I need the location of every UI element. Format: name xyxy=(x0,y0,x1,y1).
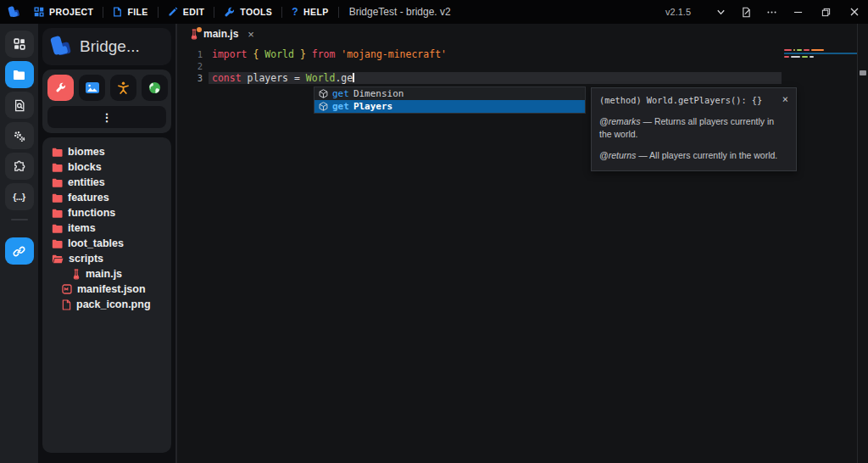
manifest-icon xyxy=(62,284,72,294)
vial-icon xyxy=(190,29,198,40)
file-row-entities[interactable]: entities xyxy=(52,175,168,190)
dashboard-icon xyxy=(14,38,25,50)
changelog-button[interactable] xyxy=(733,0,759,24)
globe-icon xyxy=(148,81,161,94)
app-window: PROJECTFILEEDITTOOLS?HELP BridgeTest - b… xyxy=(0,0,868,463)
file-name: main.js xyxy=(86,268,122,280)
file-name: scripts xyxy=(69,253,103,265)
titlebar: PROJECTFILEEDITTOOLS?HELP BridgeTest - b… xyxy=(0,0,868,24)
activity-item-file-search[interactable] xyxy=(5,92,34,119)
file-row-functions[interactable]: functions xyxy=(52,205,168,220)
more-options-button[interactable] xyxy=(759,0,784,24)
tab-label: main.js xyxy=(203,28,238,40)
activity-item-explorer[interactable] xyxy=(5,61,34,88)
menu-help[interactable]: ?HELP xyxy=(282,0,337,24)
scrollbar[interactable] xyxy=(857,24,868,463)
project-header[interactable]: Bridge... xyxy=(42,28,171,65)
restore-icon xyxy=(821,8,831,17)
file-row-features[interactable]: features xyxy=(52,190,168,205)
returns-section: @returns — All players currently in the … xyxy=(599,149,788,162)
image-icon xyxy=(86,82,99,93)
minimap[interactable] xyxy=(784,49,858,59)
folder-closed-icon xyxy=(52,148,63,157)
remarks-section: @remarks — Returns all players currently… xyxy=(599,115,788,141)
minimize-button[interactable] xyxy=(784,0,812,24)
activity-item-connect[interactable] xyxy=(5,237,34,265)
menu-file[interactable]: FILE xyxy=(103,0,157,24)
file-row-items[interactable]: items xyxy=(52,220,168,236)
remarks-tag: @remarks xyxy=(599,116,641,126)
behavior-pack-button[interactable] xyxy=(47,75,74,101)
file-tree: biomesblocksentitiesfeaturesfunctionsite… xyxy=(42,137,171,453)
code-text: const players = World.ge xyxy=(212,72,354,84)
file-row-main.js[interactable]: main.js xyxy=(52,266,168,282)
menu-label: PROJECT xyxy=(49,7,93,17)
activity-bar: {...} xyxy=(0,24,38,463)
file-row-loot_tables[interactable]: loot_tables xyxy=(52,236,168,251)
menu-project[interactable]: PROJECT xyxy=(25,0,103,24)
window-title: BridgeTest - bridge. v2 xyxy=(349,6,451,18)
explorer-panel: Bridge... ⋮ biomesblocksentitiesfeatures… xyxy=(38,24,175,463)
folder-closed-icon xyxy=(52,209,63,218)
returns-tag: @returns xyxy=(599,150,636,160)
braces-icon: {...} xyxy=(13,192,25,202)
grid-icon xyxy=(34,7,44,17)
activity-divider xyxy=(11,219,28,220)
titlebar-controls xyxy=(708,0,868,24)
tab-bar: main.js × xyxy=(177,24,868,44)
file-row-scripts[interactable]: scripts xyxy=(52,251,168,266)
file-row-blocks[interactable]: blocks xyxy=(52,159,168,175)
world-button[interactable] xyxy=(142,75,168,101)
wrench-icon xyxy=(224,7,235,18)
file-name: blocks xyxy=(68,161,102,173)
pack-toolbar: ⋮ xyxy=(42,70,171,133)
code-line-3[interactable]: 3const players = World.ge xyxy=(177,72,858,84)
folder-icon xyxy=(13,70,25,81)
line-number: 2 xyxy=(177,60,203,72)
menu-tools[interactable]: TOOLS xyxy=(214,0,281,24)
tooltip-close-button[interactable]: × xyxy=(782,94,788,104)
folder-closed-icon xyxy=(52,178,63,187)
tab-main-js[interactable]: main.js × xyxy=(183,24,261,44)
file-name: biomes xyxy=(68,146,105,158)
suggestion-getDimension[interactable]: getDimension xyxy=(314,87,585,100)
vial-icon xyxy=(72,269,81,280)
close-button[interactable] xyxy=(840,0,868,24)
resource-pack-button[interactable] xyxy=(79,75,105,101)
code-text: import { World } from 'mojang-minecraft' xyxy=(212,48,447,60)
folder-closed-icon xyxy=(52,163,63,172)
activity-item-snippets[interactable]: {...} xyxy=(5,183,34,210)
person-icon xyxy=(118,81,129,94)
file-name: loot_tables xyxy=(68,237,124,249)
menu-edit[interactable]: EDIT xyxy=(159,0,214,24)
tab-close-button[interactable]: × xyxy=(248,28,254,41)
changelog-icon xyxy=(741,7,752,18)
more-options-icon xyxy=(766,7,777,18)
skin-pack-button[interactable] xyxy=(110,75,136,101)
suggestion-rest: Players xyxy=(353,101,392,112)
menu-label: HELP xyxy=(303,7,329,17)
file-name: items xyxy=(68,222,96,234)
file-row-biomes[interactable]: biomes xyxy=(52,144,168,159)
activity-item-dashboard[interactable] xyxy=(5,31,34,58)
file-name: features xyxy=(68,192,109,204)
scrollbar-thumb[interactable] xyxy=(860,70,866,75)
more-actions-button[interactable]: ⋮ xyxy=(47,106,166,128)
maximize-button[interactable] xyxy=(812,0,840,24)
activity-item-extensions[interactable] xyxy=(5,153,34,180)
activity-item-settings[interactable] xyxy=(5,122,34,149)
main-area: {...} Bridge... ⋮ biomesblocksentitiesfe… xyxy=(0,24,868,463)
minimap-current-line xyxy=(784,53,858,54)
code-line-2[interactable]: 2 xyxy=(177,60,858,72)
version-label: v2.1.5 xyxy=(665,7,691,17)
file-row-pack_icon.png[interactable]: pack_icon.png xyxy=(52,297,168,312)
line-number: 1 xyxy=(177,48,203,60)
bridge-logo-icon xyxy=(48,34,74,59)
suggestion-getPlayers[interactable]: getPlayers xyxy=(314,100,585,113)
menu-separator xyxy=(338,7,339,18)
text-cursor xyxy=(353,73,354,82)
file-row-manifest.json[interactable]: manifest.json xyxy=(52,282,168,297)
version-dropdown-button[interactable] xyxy=(708,0,733,24)
method-icon xyxy=(319,89,328,98)
code-line-1[interactable]: 1import { World } from 'mojang-minecraft… xyxy=(177,48,858,60)
